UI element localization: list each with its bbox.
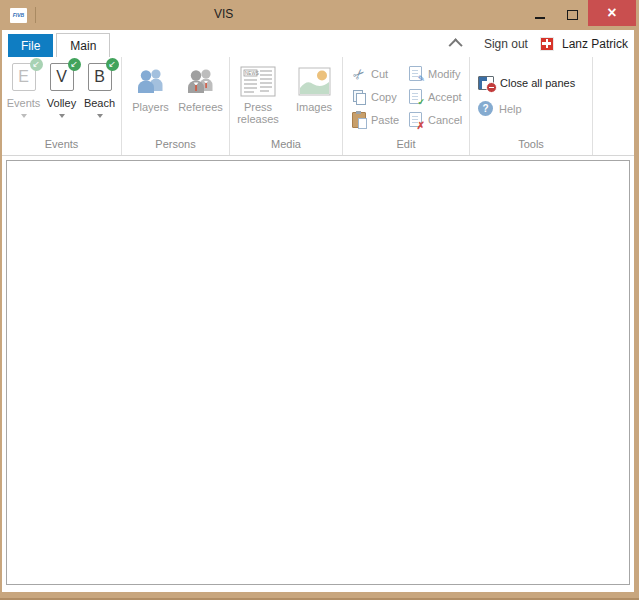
group-label-persons: Persons [155, 138, 195, 155]
players-label: Players [132, 101, 169, 113]
copy-button[interactable]: Copy [351, 89, 408, 104]
chevron-down-icon [21, 114, 27, 118]
app-logo-icon: FIVB [10, 8, 27, 23]
ribbon-group-media: NEWS Press releases [230, 57, 343, 155]
arrow-badge-icon: ↙ [68, 58, 81, 71]
paste-button[interactable]: Paste [351, 112, 408, 127]
accept-label: Accept [428, 91, 462, 103]
cut-label: Cut [371, 68, 388, 80]
volley-button-label: Volley [47, 97, 76, 109]
beach-button-label: Beach [84, 97, 115, 109]
window-controls: × [524, 0, 639, 27]
app-window: FIVB VIS × File Main Sign out Lanz Patri… [0, 0, 639, 600]
maximize-button[interactable] [556, 0, 588, 27]
cancel-label: Cancel [428, 114, 462, 126]
accept-page-icon: ✓ [408, 89, 423, 104]
press-releases-label: Press releases [230, 101, 286, 125]
titlebar: FIVB VIS × [0, 0, 639, 30]
scissors-icon: ✂ [351, 66, 366, 81]
collapse-ribbon-icon[interactable] [448, 38, 462, 52]
minimize-icon [535, 17, 545, 19]
maximize-icon [567, 10, 578, 20]
titlebar-separator [35, 7, 36, 23]
ribbon-group-persons: Players [122, 57, 230, 155]
modify-label: Modify [428, 68, 460, 80]
events-dropdown-button[interactable]: E ↙ Events [5, 62, 43, 118]
players-icon [135, 64, 167, 98]
close-all-panes-button[interactable]: Close all panes [478, 76, 575, 90]
ribbon-group-tools: Close all panes ? Help Tools [470, 57, 593, 155]
paste-label: Paste [371, 114, 399, 126]
arrow-badge-icon: ↙ [106, 58, 119, 71]
image-icon [298, 64, 331, 98]
cancel-page-icon: ✗ [408, 112, 423, 127]
accept-button[interactable]: ✓ Accept [408, 89, 468, 104]
volley-dropdown-button[interactable]: V ↙ Volley [43, 62, 81, 118]
user-name: Lanz Patrick [562, 37, 628, 51]
volley-letter-icon: V ↙ [50, 63, 74, 91]
events-letter: E [18, 68, 29, 86]
beach-dropdown-button[interactable]: B ↙ Beach [81, 62, 119, 118]
events-letter-icon: E ↙ [12, 63, 36, 91]
copy-icon [351, 89, 366, 104]
group-label-edit: Edit [397, 138, 416, 155]
svg-text:NEWS: NEWS [245, 71, 259, 76]
ribbon: E ↙ Events V ↙ Volley [2, 57, 634, 156]
events-button-label: Events [7, 97, 41, 109]
tab-file[interactable]: File [8, 34, 53, 57]
images-label: Images [296, 101, 332, 113]
chevron-down-icon [97, 114, 103, 118]
ribbon-group-events: E ↙ Events V ↙ Volley [2, 57, 122, 155]
group-label-tools: Tools [518, 138, 544, 155]
swiss-flag-icon [540, 37, 554, 51]
help-label: Help [499, 103, 522, 115]
group-label-media: Media [271, 138, 301, 155]
beach-letter: B [94, 68, 105, 86]
players-button[interactable]: Players [126, 62, 176, 113]
tab-main[interactable]: Main [56, 33, 110, 57]
minimize-button[interactable] [524, 0, 556, 27]
clipboard-paste-icon [351, 112, 366, 127]
arrow-badge-icon: ↙ [30, 58, 43, 71]
modify-button[interactable]: ✎ Modify [408, 66, 468, 81]
help-icon: ? [478, 101, 493, 116]
close-panes-icon [478, 76, 494, 90]
ribbon-empty-area [593, 57, 634, 155]
tabrow-right-cluster: Sign out Lanz Patrick [452, 30, 628, 57]
chevron-down-icon [59, 114, 65, 118]
images-button[interactable]: Images [286, 62, 342, 125]
cut-button[interactable]: ✂ Cut [351, 66, 408, 81]
close-icon: × [607, 5, 616, 21]
press-releases-button[interactable]: NEWS Press releases [230, 62, 286, 125]
close-all-panes-label: Close all panes [500, 77, 575, 89]
referees-icon [185, 64, 217, 98]
ribbon-group-edit: ✂ Cut Copy Paste [343, 57, 470, 155]
window-title: VIS [214, 7, 233, 21]
content-area [6, 160, 630, 585]
group-label-events: Events [45, 138, 79, 155]
beach-letter-icon: B ↙ [88, 63, 112, 91]
referees-button[interactable]: Referees [176, 62, 226, 113]
copy-label: Copy [371, 91, 397, 103]
app-logo-text: FIVB [13, 12, 24, 18]
volley-letter: V [56, 68, 67, 86]
window-body: File Main Sign out Lanz Patrick E ↙ [2, 30, 634, 592]
newspaper-icon: NEWS [240, 64, 276, 98]
cancel-button[interactable]: ✗ Cancel [408, 112, 468, 127]
referees-label: Referees [178, 101, 223, 113]
window-border-bottom [0, 592, 639, 600]
ribbon-tab-row: File Main Sign out Lanz Patrick [2, 30, 634, 57]
modify-page-icon: ✎ [408, 66, 423, 81]
help-button[interactable]: ? Help [478, 101, 575, 116]
sign-out-button[interactable]: Sign out [484, 37, 528, 51]
window-border-right [634, 30, 639, 600]
close-button[interactable]: × [588, 0, 636, 26]
